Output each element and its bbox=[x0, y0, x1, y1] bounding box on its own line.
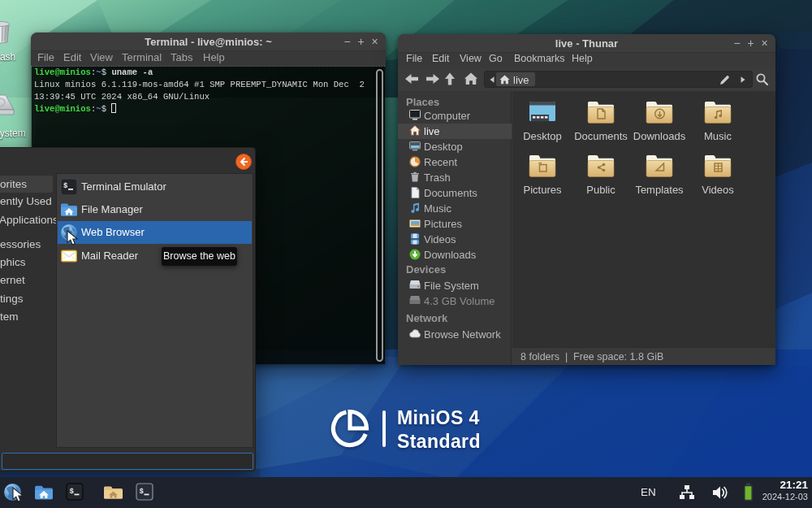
svg-text:$: $ bbox=[70, 488, 75, 496]
svg-text:$: $ bbox=[140, 488, 145, 496]
svg-text:$: $ bbox=[63, 182, 68, 190]
